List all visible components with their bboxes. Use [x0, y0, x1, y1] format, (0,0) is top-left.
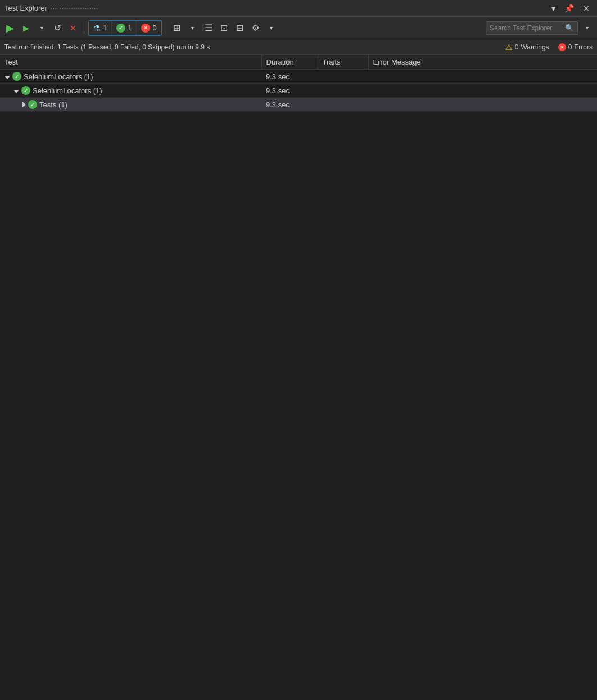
- errors-status: ✕ 0 Errors: [558, 43, 593, 51]
- settings-dropdown-button[interactable]: ▾: [265, 20, 278, 36]
- window-title: Test Explorer: [4, 4, 47, 12]
- dropdown-button[interactable]: ▾: [549, 3, 558, 13]
- passed-count-value: 1: [128, 24, 132, 32]
- run-selected-button[interactable]: ▶: [19, 20, 33, 36]
- warnings-count: 0: [515, 43, 519, 51]
- failed-count-button[interactable]: ✕ 0: [137, 20, 161, 36]
- expand-icon-2[interactable]: [13, 87, 20, 95]
- col-header-error: Error Message: [368, 55, 597, 70]
- run-all-button[interactable]: ▶: [3, 20, 17, 36]
- separator-2: [166, 22, 166, 34]
- group-button[interactable]: ⊞: [170, 20, 184, 36]
- status-icon-1: ✓: [12, 72, 21, 81]
- test-name-3: Tests (1): [39, 101, 67, 109]
- group-dropdown-button[interactable]: ▾: [186, 20, 200, 36]
- status-icon-2: ✓: [21, 86, 30, 95]
- duration-cell-3: 9.3 sec: [261, 98, 318, 112]
- errors-icon: ✕: [558, 43, 566, 51]
- status-bar: Test run finished: 1 Tests (1 Passed, 0 …: [0, 39, 597, 55]
- col-header-duration: Duration: [261, 55, 318, 70]
- total-count-value: 1: [103, 24, 107, 32]
- test-cell-1: ✓ SeleniumLocators (1): [4, 72, 93, 81]
- settings-button[interactable]: ⚙: [249, 20, 263, 36]
- failed-count-value: 0: [152, 24, 156, 32]
- total-count-button[interactable]: ⚗ 1: [89, 20, 112, 36]
- test-name-1: SeleniumLocators (1): [24, 72, 93, 81]
- content-area: Test Duration Traits Error Message ✓ Sel…: [0, 55, 597, 561]
- failed-icon: ✕: [141, 24, 150, 33]
- traits-cell-2: [318, 84, 368, 98]
- close-button[interactable]: ✕: [580, 3, 593, 13]
- traits-cell-3: [318, 98, 368, 112]
- cancel-button[interactable]: ✕: [66, 20, 80, 36]
- warning-icon: ⚠: [505, 43, 513, 52]
- chevron-down-2: [13, 90, 19, 93]
- test-table: Test Duration Traits Error Message ✓ Sel…: [0, 55, 597, 112]
- refresh-button[interactable]: ↺: [51, 20, 64, 36]
- flask-icon: ⚗: [93, 24, 101, 33]
- expand-icon-3[interactable]: [22, 101, 27, 109]
- toolbar: ▶ ▶ ▾ ↺ ✕ ⚗ 1 ✓ 1 ✕ 0 ⊞ ▾ ☰ ⊡ ⊟ ⚙ ▾ 🔍: [0, 17, 597, 39]
- separator-1: [84, 22, 84, 34]
- expand-icon-1[interactable]: [4, 72, 11, 81]
- title-bar-right: ▾ 📌 ✕: [549, 3, 593, 13]
- title-dots: ·····················: [51, 5, 98, 12]
- test-cell-2: ✓ SeleniumLocators (1): [4, 86, 102, 95]
- search-options-button[interactable]: ▾: [580, 20, 594, 36]
- search-input[interactable]: [490, 24, 563, 32]
- search-area: 🔍 ▾: [486, 20, 594, 36]
- errors-count: 0: [568, 43, 572, 51]
- warnings-label: Warnings: [521, 43, 549, 51]
- error-cell-2: [368, 84, 597, 98]
- duration-cell-1: 9.3 sec: [261, 70, 318, 84]
- expand-button[interactable]: ⊡: [218, 20, 231, 36]
- table-row[interactable]: ✓ SeleniumLocators (1) 9.3 sec: [0, 84, 597, 98]
- status-text: Test run finished: 1 Tests (1 Passed, 0 …: [4, 43, 496, 51]
- run-dropdown-button[interactable]: ▾: [35, 20, 48, 36]
- search-icon[interactable]: 🔍: [565, 24, 574, 32]
- table-row[interactable]: ✓ Tests (1) 9.3 sec: [0, 98, 597, 112]
- chevron-down-1: [4, 76, 10, 79]
- test-cell-3: ✓ Tests (1): [4, 100, 67, 109]
- error-cell-1: [368, 70, 597, 84]
- col-header-traits: Traits: [318, 55, 368, 70]
- error-cell-3: [368, 98, 597, 112]
- passed-count-button[interactable]: ✓ 1: [112, 20, 137, 36]
- warnings-status: ⚠ 0 Warnings: [505, 43, 549, 52]
- table-header-row: Test Duration Traits Error Message: [0, 55, 597, 70]
- errors-label: Errors: [574, 43, 593, 51]
- table-row[interactable]: ✓ SeleniumLocators (1) 9.3 sec: [0, 70, 597, 84]
- chevron-right-3: [22, 102, 26, 107]
- collapse-button[interactable]: ⊟: [233, 20, 247, 36]
- test-name-2: SeleniumLocators (1): [33, 87, 102, 95]
- title-bar-left: Test Explorer ·····················: [4, 4, 98, 12]
- outline-button[interactable]: ☰: [202, 20, 215, 36]
- status-icon-3: ✓: [28, 100, 37, 109]
- pin-button[interactable]: 📌: [562, 3, 577, 13]
- title-bar: Test Explorer ····················· ▾ 📌 …: [0, 0, 597, 17]
- traits-cell-1: [318, 70, 368, 84]
- passed-icon: ✓: [116, 24, 125, 33]
- col-header-test: Test: [0, 55, 261, 70]
- duration-cell-2: 9.3 sec: [261, 84, 318, 98]
- search-bar: 🔍: [486, 21, 578, 35]
- count-group: ⚗ 1 ✓ 1 ✕ 0: [88, 20, 162, 36]
